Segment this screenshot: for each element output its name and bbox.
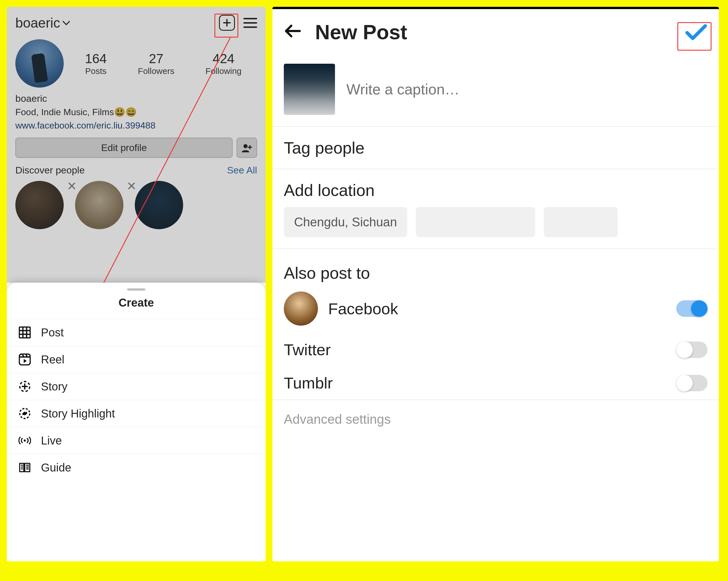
- create-guide-item[interactable]: Guide: [7, 454, 266, 481]
- page-title: New Post: [315, 21, 407, 44]
- new-post-header: New Post: [272, 9, 719, 52]
- share-tumblr-row: Tumblr: [272, 366, 719, 400]
- create-story-item[interactable]: Story: [7, 373, 266, 400]
- location-chip[interactable]: [544, 207, 618, 237]
- tumblr-toggle[interactable]: [676, 375, 707, 391]
- svg-rect-2: [19, 327, 30, 338]
- menu-label: Story Highlight: [41, 407, 115, 420]
- menu-label: Post: [41, 326, 64, 339]
- profile-screen: boaeric 164 Posts: [7, 7, 266, 561]
- menu-label: Reel: [41, 353, 64, 366]
- reel-icon: [18, 353, 31, 366]
- also-post-to-label: Also post to: [272, 249, 719, 284]
- tag-people-row[interactable]: Tag people: [272, 127, 719, 169]
- location-chip[interactable]: [416, 207, 535, 237]
- create-highlight-item[interactable]: Story Highlight: [7, 400, 266, 427]
- add-location-row[interactable]: Add location: [272, 169, 719, 207]
- menu-label: Live: [41, 434, 62, 447]
- facebook-toggle[interactable]: [676, 300, 707, 317]
- twitter-toggle[interactable]: [676, 342, 707, 358]
- caption-row: [272, 52, 719, 127]
- caption-input[interactable]: [346, 81, 707, 98]
- facebook-avatar: [284, 291, 318, 326]
- highlight-icon: [18, 407, 31, 420]
- story-icon: [18, 380, 31, 393]
- create-post-item[interactable]: Post: [7, 319, 266, 346]
- back-button[interactable]: [284, 22, 301, 43]
- menu-label: Guide: [41, 461, 71, 474]
- create-sheet: Create Post Reel Story Story Highlight: [7, 283, 266, 561]
- grid-icon: [18, 326, 31, 339]
- create-live-item[interactable]: Live: [7, 427, 266, 454]
- new-post-screen: New Post Tag people Add location Chengdu…: [272, 7, 719, 561]
- post-thumbnail[interactable]: [284, 64, 335, 115]
- share-twitter-row: Twitter: [272, 333, 719, 366]
- location-suggestions: Chengdu, Sichuan: [272, 207, 719, 249]
- sheet-grabber[interactable]: [127, 288, 145, 291]
- live-icon: [18, 434, 31, 447]
- share-label: Twitter: [284, 340, 331, 359]
- svg-point-7: [24, 439, 26, 441]
- advanced-settings-row[interactable]: Advanced settings: [272, 400, 719, 438]
- guide-icon: [18, 461, 31, 474]
- menu-label: Story: [41, 380, 68, 393]
- create-reel-item[interactable]: Reel: [7, 346, 266, 373]
- share-label: Facebook: [328, 299, 398, 318]
- confirm-button[interactable]: [685, 23, 707, 42]
- svg-rect-3: [19, 354, 30, 365]
- svg-point-6: [23, 412, 26, 415]
- location-chip[interactable]: Chengdu, Sichuan: [284, 207, 407, 237]
- share-label: Tumblr: [284, 374, 333, 392]
- share-facebook-row: Facebook: [272, 284, 719, 333]
- sheet-title: Create: [7, 296, 266, 309]
- modal-overlay: [7, 7, 266, 283]
